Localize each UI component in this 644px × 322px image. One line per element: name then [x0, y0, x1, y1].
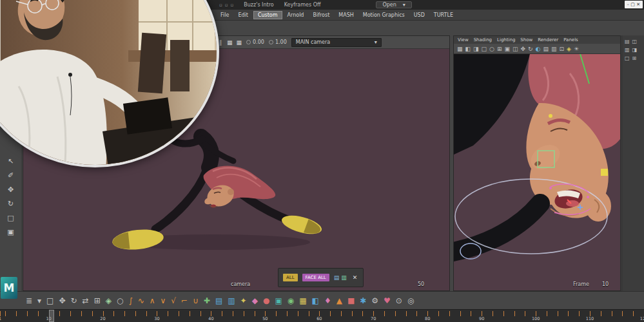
grid-color-icon[interactable]: ▦: [299, 296, 306, 305]
vp-light-icon[interactable]: ☀: [574, 46, 579, 52]
curve-step-icon[interactable]: ⌐: [181, 296, 188, 305]
vp-rotate-icon[interactable]: ↻: [528, 46, 533, 52]
vp-rows-icon[interactable]: ▥: [551, 46, 557, 52]
focus-icon[interactable]: ◎: [407, 296, 414, 305]
rotate-tool-icon[interactable]: ↻: [8, 200, 14, 208]
vp-half-left-icon[interactable]: ◧: [465, 46, 471, 52]
heart-icon[interactable]: ♥: [384, 296, 391, 305]
curve-root-icon[interactable]: √: [171, 296, 176, 305]
curve-peak-icon[interactable]: ∧: [150, 296, 155, 305]
face-canvas[interactable]: [454, 54, 620, 290]
keyframe-tick: [536, 311, 536, 316]
star-icon[interactable]: ✦: [240, 296, 247, 305]
menu-arnold[interactable]: Arnold: [284, 12, 308, 19]
vp-layers-icon[interactable]: ▤: [543, 46, 549, 52]
vp-dot-box-icon[interactable]: ⊡: [559, 46, 564, 52]
last-tool-icon[interactable]: ▣: [7, 228, 14, 236]
snapshot-icon[interactable]: ▣: [275, 296, 282, 305]
strip-layers-icon[interactable]: ▤: [625, 39, 630, 44]
vp-split-icon[interactable]: ◫: [512, 46, 518, 52]
strip-split-icon[interactable]: ◫: [632, 39, 638, 44]
menu-file[interactable]: File: [217, 12, 233, 19]
close-icon[interactable]: ✕: [351, 274, 359, 281]
camera-selector-dropdown[interactable]: MAIN camera ▾: [291, 38, 382, 47]
menu-custom[interactable]: Custom: [253, 11, 282, 19]
curve-valley-icon[interactable]: ∨: [161, 296, 166, 305]
grid-b-icon[interactable]: ▦: [237, 39, 242, 46]
lasso-tool-icon[interactable]: ✐: [8, 171, 14, 180]
panel-menu-renderer[interactable]: Renderer: [538, 37, 558, 43]
menu-usd[interactable]: USD: [410, 12, 429, 19]
time-slider[interactable]: 1102030405060708090100110120: [0, 309, 644, 322]
keyframe-tick: [493, 311, 493, 316]
settings-icon[interactable]: ⚙: [371, 296, 378, 305]
scale-tool-icon[interactable]: □: [7, 214, 14, 222]
title-dot-icon[interactable]: ▫: [231, 3, 234, 8]
select-tool-icon[interactable]: ↖: [8, 157, 14, 166]
add-key-icon[interactable]: ✚: [204, 296, 210, 305]
keyframe-tick: [265, 311, 266, 316]
window-buttons[interactable]: – ▢ ✕: [625, 1, 643, 8]
workspace-selector[interactable]: Open ▾: [376, 1, 411, 8]
half-box-icon[interactable]: ◧: [312, 296, 319, 305]
strip-frame-icon[interactable]: □: [625, 55, 630, 61]
move-icon[interactable]: ✥: [59, 296, 65, 305]
circle-icon[interactable]: ○: [117, 296, 123, 305]
title-dot-icon[interactable]: ▫: [219, 3, 222, 8]
panel-menu-panels[interactable]: Panels: [563, 37, 578, 43]
vp-move-icon[interactable]: ✥: [521, 46, 526, 52]
grid-a-icon[interactable]: ▦: [227, 39, 233, 46]
keyframes-toggle[interactable]: Keyframes Off: [284, 2, 321, 8]
menu-motion-graphics[interactable]: Motion Graphics: [359, 12, 409, 19]
title-dot-icon[interactable]: ▫: [225, 3, 228, 8]
vp-circle-icon[interactable]: ○: [489, 46, 494, 52]
viewport-face-cam[interactable]: View Shading Lighting Show Renderer Pane…: [453, 35, 621, 291]
menu-bifrost[interactable]: Bifrost: [309, 12, 333, 19]
up-icon[interactable]: ▲: [337, 296, 342, 305]
vp-fill-icon[interactable]: ▣: [504, 46, 510, 52]
vp-half-right-icon[interactable]: ◨: [473, 46, 479, 52]
frame-icon[interactable]: □: [46, 296, 54, 305]
value-chip-1[interactable]: 0.00: [246, 39, 264, 45]
vp-plus-grid-icon[interactable]: ⊞: [497, 46, 502, 52]
panel-icon[interactable]: ▥: [228, 296, 235, 305]
zoom-icon[interactable]: ⊙: [396, 296, 402, 305]
picker-tab-all[interactable]: ALL: [283, 274, 298, 281]
vp-grid-icon[interactable]: ▦: [457, 46, 463, 52]
current-frame-indicator[interactable]: [49, 310, 54, 322]
dropdown-icon[interactable]: ▾: [37, 296, 41, 305]
panel-menu-shading[interactable]: Shading: [474, 37, 492, 43]
strip-grid-icon[interactable]: ⊞: [632, 55, 637, 61]
menu-mash[interactable]: MASH: [335, 12, 357, 19]
diamond-icon[interactable]: ◈: [106, 296, 112, 305]
panel-menu-view[interactable]: View: [458, 37, 469, 43]
panel-menu-lighting[interactable]: Lighting: [497, 37, 515, 43]
move-tool-icon[interactable]: ✥: [8, 185, 14, 194]
stop-icon[interactable]: ■: [347, 296, 355, 305]
picker-tab-face-all[interactable]: FACE ALL: [302, 274, 329, 281]
curve-u-icon[interactable]: ∪: [193, 296, 199, 305]
burst-icon[interactable]: ✱: [360, 296, 366, 305]
layers-icon[interactable]: ▤: [215, 296, 222, 305]
menu-turtle[interactable]: TURTLE: [430, 12, 457, 19]
value-chip-2[interactable]: 1.00: [269, 39, 287, 45]
small-key-icon[interactable]: ♦: [324, 296, 331, 305]
vp-diamond-icon[interactable]: ◈: [567, 46, 571, 52]
strip-half-icon[interactable]: ◨: [632, 47, 638, 53]
picker-grid-icon[interactable]: ▥: [341, 274, 347, 281]
grip-icon[interactable]: ≣: [26, 296, 32, 305]
grid-icon[interactable]: ⊞: [94, 296, 101, 305]
key-icon[interactable]: ◆: [252, 296, 258, 305]
vp-frame-icon[interactable]: □: [482, 46, 487, 52]
swap-icon[interactable]: ⇄: [83, 296, 89, 305]
curve-sine-icon[interactable]: ∿: [138, 296, 144, 305]
record-icon[interactable]: ●: [263, 296, 269, 305]
panel-menu-show[interactable]: Show: [520, 37, 532, 43]
vp-shade-icon[interactable]: ◐: [536, 46, 541, 52]
target-icon[interactable]: ◉: [288, 296, 294, 305]
menu-edit[interactable]: Edit: [234, 12, 252, 19]
strip-rows-icon[interactable]: ▥: [625, 47, 630, 53]
rotate-icon[interactable]: ↻: [71, 296, 77, 305]
picker-panel-icon[interactable]: ▤: [334, 274, 340, 281]
curve-spline-icon[interactable]: ∫: [128, 296, 132, 305]
